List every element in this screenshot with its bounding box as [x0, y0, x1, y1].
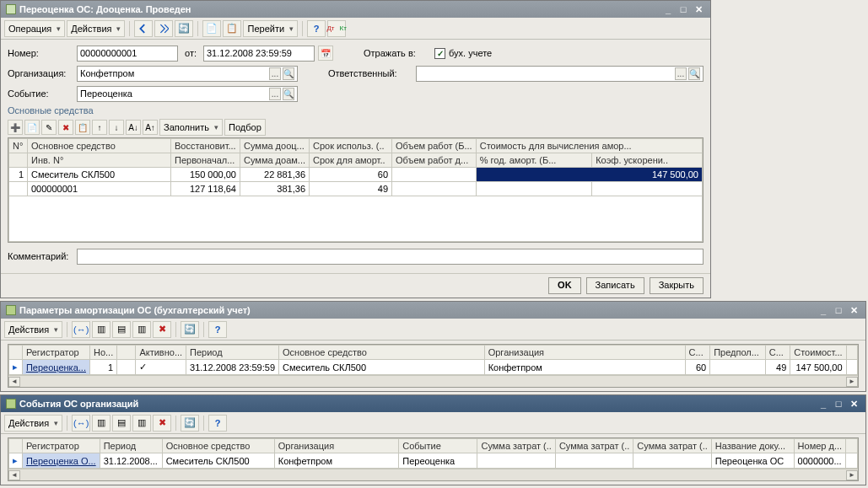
- fill-button[interactable]: Заполнить: [159, 119, 223, 136]
- search-event-button[interactable]: 🔍: [283, 88, 294, 100]
- nav-fwd-icon[interactable]: [154, 20, 173, 37]
- input-event[interactable]: Переоценка ...🔍: [77, 86, 298, 102]
- doc-edit-icon[interactable]: 📋: [223, 20, 241, 37]
- scrollbar-x[interactable]: ◄►: [8, 375, 858, 387]
- col-st[interactable]: Стоимость для вычисления амор...: [476, 139, 702, 153]
- filter2-icon[interactable]: ▤: [112, 415, 131, 432]
- goto-menu[interactable]: Перейти: [243, 20, 298, 37]
- col-org[interactable]: Организация: [274, 439, 398, 453]
- close-button[interactable]: Закрыть: [650, 277, 704, 294]
- select-resp-button[interactable]: ...: [675, 67, 687, 80]
- sort-desc-icon[interactable]: A↑: [143, 120, 158, 135]
- actions-menu[interactable]: Действия: [4, 321, 62, 338]
- input-resp[interactable]: ...🔍: [416, 66, 704, 82]
- maximize-button[interactable]: □: [832, 304, 845, 316]
- col-ku[interactable]: Коэф. ускорени..: [592, 153, 703, 168]
- maximize-button[interactable]: □: [832, 398, 845, 410]
- col-pre[interactable]: Предпол...: [710, 346, 766, 360]
- minimize-button[interactable]: _: [817, 398, 830, 410]
- input-date[interactable]: 31.12.2008 23:59:59: [203, 46, 315, 62]
- col-sa[interactable]: Срок для аморт..: [310, 153, 392, 168]
- move-up-icon[interactable]: ↑: [92, 120, 107, 135]
- close-button[interactable]: ✕: [847, 304, 860, 316]
- delete-row-icon[interactable]: ✖: [58, 120, 73, 135]
- filter1-icon[interactable]: ▥: [92, 321, 111, 338]
- minimize-button[interactable]: _: [817, 304, 830, 316]
- filter3-icon[interactable]: ▥: [132, 321, 151, 338]
- row-selector-icon[interactable]: ▸: [9, 360, 23, 375]
- refresh-icon[interactable]: 🔄: [175, 20, 193, 37]
- close-button[interactable]: ✕: [847, 398, 860, 410]
- dtkt-icon[interactable]: ДтКт: [327, 20, 346, 37]
- search-resp-button[interactable]: 🔍: [688, 67, 700, 80]
- col-org[interactable]: Организация: [484, 346, 685, 360]
- help-icon[interactable]: ?: [208, 415, 227, 432]
- clear-filter-icon[interactable]: ✖: [153, 321, 171, 338]
- refresh-icon[interactable]: 🔄: [181, 321, 199, 338]
- col-obd[interactable]: Объем работ д...: [392, 153, 477, 168]
- titlebar-win1[interactable]: Переоценка ОС: Дооценка. Проведен _ □ ✕: [1, 1, 710, 18]
- titlebar-win2[interactable]: Параметры амортизации ОС (бухгалтерский …: [1, 302, 865, 319]
- input-number[interactable]: 00000000001: [77, 46, 178, 62]
- edit-row-icon[interactable]: ✎: [41, 120, 57, 135]
- amort-grid[interactable]: Регистратор Но... Активно... Период Осно…: [8, 344, 859, 388]
- close-button[interactable]: ✕: [692, 3, 705, 15]
- col-sz1[interactable]: Сумма затрат (..: [477, 439, 555, 453]
- save-button[interactable]: Записать: [586, 277, 644, 294]
- help-icon[interactable]: ?: [307, 20, 326, 37]
- col-ob[interactable]: Объем работ (Б...: [392, 139, 477, 153]
- sort-asc-icon[interactable]: A↓: [126, 120, 141, 135]
- col-n[interactable]: N°: [9, 139, 28, 153]
- filter2-icon[interactable]: ▤: [112, 321, 131, 338]
- col-per[interactable]: Период: [186, 346, 279, 360]
- actions-menu[interactable]: Действия: [4, 415, 62, 432]
- events-grid[interactable]: Регистратор Период Основное средство Орг…: [8, 437, 859, 481]
- col-sda[interactable]: Сумма доам...: [240, 153, 310, 168]
- col-st[interactable]: Стоимост...: [790, 346, 846, 360]
- col-os[interactable]: Основное средство: [162, 439, 274, 453]
- col-ev[interactable]: Событие: [399, 439, 477, 453]
- search-org-button[interactable]: 🔍: [283, 67, 294, 80]
- interval-icon[interactable]: (↔): [72, 321, 90, 338]
- col-nmd[interactable]: Номер д...: [794, 439, 846, 453]
- nav-back-icon[interactable]: [134, 20, 153, 37]
- maximize-button[interactable]: □: [677, 3, 690, 15]
- col-nd[interactable]: Название доку...: [711, 439, 794, 453]
- row-selector-icon[interactable]: ▸: [9, 453, 23, 469]
- calendar-icon[interactable]: 📅: [318, 46, 333, 61]
- filter1-icon[interactable]: ▥: [92, 415, 111, 432]
- select-org-button[interactable]: ...: [269, 67, 281, 80]
- doc-icon[interactable]: 📄: [202, 20, 221, 37]
- select-event-button[interactable]: ...: [269, 88, 281, 100]
- col-v[interactable]: Восстановит...: [171, 139, 240, 153]
- clear-filter-icon[interactable]: ✖: [153, 415, 171, 432]
- col-p[interactable]: Первоначал...: [171, 153, 240, 168]
- col-c[interactable]: С...: [685, 346, 710, 360]
- refresh-icon[interactable]: 🔄: [181, 415, 199, 432]
- col-os[interactable]: Основное средство: [279, 346, 485, 360]
- input-comment[interactable]: [77, 249, 704, 265]
- interval-icon[interactable]: (↔): [72, 415, 90, 432]
- col-per[interactable]: Период: [100, 439, 162, 453]
- add-row-icon[interactable]: ➕: [8, 120, 23, 135]
- col-sd[interactable]: Сумма дооц...: [240, 139, 310, 153]
- ok-button[interactable]: OK: [548, 277, 581, 294]
- assets-grid[interactable]: N° Основное средство Восстановит... Сумм…: [8, 137, 704, 243]
- select-button[interactable]: Подбор: [224, 119, 266, 136]
- titlebar-win3[interactable]: События ОС организаций _ □ ✕: [1, 395, 865, 412]
- scrollbar-x[interactable]: ◄►: [8, 469, 858, 480]
- col-cc[interactable]: С...: [765, 346, 790, 360]
- copy-row-icon[interactable]: 📋: [75, 120, 90, 135]
- help-icon[interactable]: ?: [208, 321, 227, 338]
- col-inv[interactable]: Инв. N°: [28, 153, 171, 168]
- col-reg[interactable]: Регистратор: [22, 439, 100, 453]
- checkbox-bu[interactable]: ✓бух. учете: [434, 48, 492, 59]
- move-down-icon[interactable]: ↓: [109, 120, 124, 135]
- selected-cell[interactable]: 147 500,00: [476, 168, 702, 182]
- actions-menu[interactable]: Действия: [67, 20, 125, 37]
- col-sz3[interactable]: Сумма затрат (..: [633, 439, 711, 453]
- col-no[interactable]: Но...: [89, 346, 116, 360]
- col-reg[interactable]: Регистратор: [22, 346, 89, 360]
- col-si[interactable]: Срок использ. (..: [310, 139, 392, 153]
- col-pg[interactable]: % год. аморт. (Б...: [476, 153, 592, 168]
